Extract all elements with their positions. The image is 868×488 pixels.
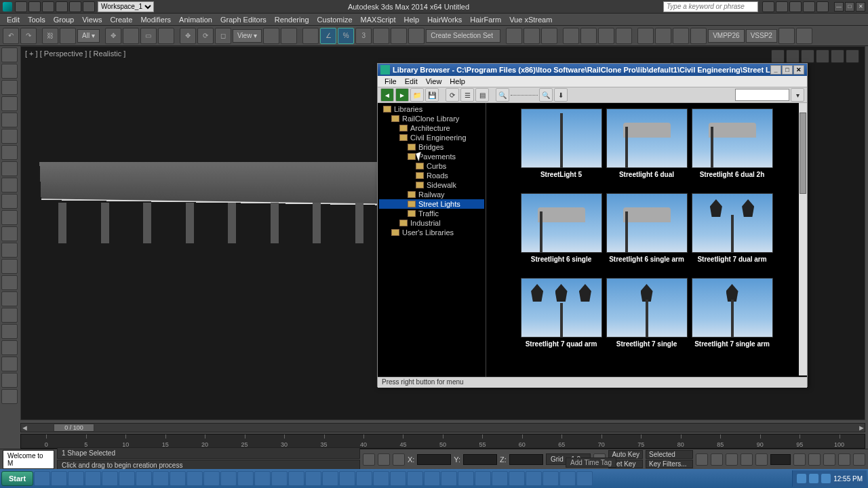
dialog-title-bar[interactable]: Library Browser - C:\Program Files (x86)…	[378, 64, 807, 76]
taskbar-item[interactable]	[51, 471, 67, 486]
start-button[interactable]: Start	[1, 471, 33, 486]
maximize-icon[interactable]: □	[845, 2, 854, 12]
light-icon[interactable]	[1, 178, 18, 192]
tree-item-roads[interactable]: Roads	[379, 171, 484, 180]
misc-e-icon[interactable]	[1, 324, 18, 339]
lock-icon[interactable]	[363, 453, 375, 466]
angle-snap-button[interactable]: ∠	[320, 28, 336, 44]
taskbar-item[interactable]	[441, 471, 457, 486]
tree-item-curbs[interactable]: Curbs	[379, 161, 484, 171]
workspace-selector[interactable]: Workspace_1	[98, 1, 154, 12]
misc-a-icon[interactable]	[1, 259, 18, 274]
timeconfig-icon[interactable]	[793, 453, 806, 466]
close-icon[interactable]: ✕	[856, 2, 865, 12]
library-thumbnail-grid[interactable]: StreetLight 5Streetlight 6 dualStreetlig…	[486, 103, 807, 377]
tree-item-architecture[interactable]: Architecture	[379, 123, 484, 133]
signin-icon[interactable]	[776, 1, 788, 12]
menu-animation[interactable]: Animation	[175, 16, 216, 24]
import-icon[interactable]: ⬇	[554, 88, 568, 102]
helper-icon[interactable]	[1, 210, 18, 225]
taskbar-item[interactable]	[34, 471, 50, 486]
orbit-icon[interactable]	[838, 453, 850, 466]
menu-edit[interactable]: Edit	[3, 16, 24, 24]
misc-g-icon[interactable]	[1, 357, 18, 371]
sphere-icon[interactable]	[1, 113, 18, 127]
save-icon[interactable]	[42, 1, 54, 12]
taskbar-item[interactable]	[492, 471, 508, 486]
select-button[interactable]: ✥	[105, 28, 121, 44]
thumb-streetlight-6-dual-2h[interactable]: Streetlight 6 dual 2h	[691, 108, 774, 186]
curve-editor-button[interactable]	[524, 28, 540, 44]
region-rect-button[interactable]: ▭	[140, 28, 157, 44]
key-icon[interactable]	[378, 453, 390, 466]
window-crossing-button[interactable]	[158, 28, 174, 44]
link-button[interactable]: ⛓	[42, 28, 58, 44]
taskbar-item[interactable]	[220, 471, 237, 486]
taskbar-item[interactable]	[85, 471, 101, 486]
tray-icon[interactable]	[809, 474, 818, 483]
zoom-icon[interactable]	[823, 453, 835, 466]
menu-tools[interactable]: Tools	[24, 16, 50, 24]
create-selection-set[interactable]: Create Selection Set	[426, 29, 500, 43]
taskbar-item[interactable]	[458, 471, 474, 486]
camera-icon[interactable]	[1, 194, 18, 209]
tree-item-pavements[interactable]: Pavements	[379, 152, 484, 161]
plugin-f-button[interactable]	[796, 28, 812, 44]
plugin-a-button[interactable]	[637, 28, 654, 44]
material-editor-button[interactable]	[563, 28, 579, 44]
undo-icon[interactable]	[56, 1, 68, 12]
render-button[interactable]	[616, 28, 632, 44]
align-button[interactable]	[408, 28, 425, 44]
thumb-streetlight-7-single[interactable]: Streetlight 7 single	[606, 278, 688, 356]
menu-create[interactable]: Create	[106, 16, 136, 24]
refcoord-dropdown[interactable]: View ▾	[233, 29, 262, 43]
x-coord-input[interactable]	[417, 454, 451, 465]
misc-c-icon[interactable]	[1, 291, 18, 306]
taskbar-item[interactable]	[170, 471, 186, 486]
tree-item-civil-engineering[interactable]: Civil Engineering	[379, 133, 484, 142]
tree-icon[interactable]: ☰	[460, 88, 474, 102]
tree-item-traffic[interactable]: Traffic	[379, 209, 484, 218]
plugin-e-button[interactable]	[778, 28, 795, 44]
tree-item-street-lights[interactable]: Street Lights	[379, 199, 484, 209]
pan-icon[interactable]	[808, 453, 821, 466]
isolate-icon[interactable]	[393, 453, 405, 466]
menu-hairfarm[interactable]: HairFarm	[466, 16, 505, 24]
select-name-button[interactable]	[123, 28, 139, 44]
minimize-icon[interactable]: —	[834, 2, 844, 12]
taskbar-item[interactable]	[305, 471, 321, 486]
menu-maxscript[interactable]: MAXScript	[357, 16, 400, 24]
vmpp-label[interactable]: VMPP26	[708, 29, 744, 43]
tray-icon[interactable]	[797, 474, 806, 483]
plugin-b-button[interactable]	[655, 28, 671, 44]
rotate-button[interactable]: ⟳	[197, 28, 214, 44]
tree-item-bridges[interactable]: Bridges	[379, 142, 484, 152]
back-icon[interactable]: ◄	[380, 88, 394, 102]
taskbar-item[interactable]	[542, 471, 559, 486]
favorites-icon[interactable]	[803, 1, 815, 12]
torus-icon[interactable]	[1, 129, 18, 144]
snap-toggle-button[interactable]	[302, 28, 319, 44]
dialog-menu-help[interactable]: Help	[446, 77, 469, 85]
list-icon[interactable]: ▤	[475, 88, 489, 102]
forward-icon[interactable]: ►	[395, 88, 409, 102]
thumb-streetlight-6-dual[interactable]: Streetlight 6 dual	[606, 108, 688, 186]
redo-button[interactable]: ↷	[20, 28, 37, 44]
help-search-input[interactable]	[663, 1, 758, 12]
tree-item-railclone-library[interactable]: RailClone Library	[379, 114, 484, 123]
play-icon[interactable]	[726, 453, 738, 466]
menu-views[interactable]: Views	[78, 16, 106, 24]
help-icon[interactable]	[816, 1, 829, 12]
thumb-streetlight-5[interactable]: StreetLight 5	[520, 108, 603, 186]
manipulate-button[interactable]	[281, 28, 297, 44]
taskbar-item[interactable]	[254, 471, 271, 486]
render-frame-button[interactable]	[598, 28, 614, 44]
taskbar-item[interactable]	[271, 471, 288, 486]
layer-manager-button[interactable]	[506, 28, 522, 44]
prev-frame-icon[interactable]	[711, 453, 723, 466]
tree-item-libraries[interactable]: Libraries	[379, 104, 484, 114]
taskbar-item[interactable]	[203, 471, 220, 486]
zoom-out-icon[interactable]: 🔍	[496, 88, 509, 102]
cylinder-icon[interactable]	[1, 96, 18, 111]
library-search-input[interactable]	[735, 89, 789, 101]
